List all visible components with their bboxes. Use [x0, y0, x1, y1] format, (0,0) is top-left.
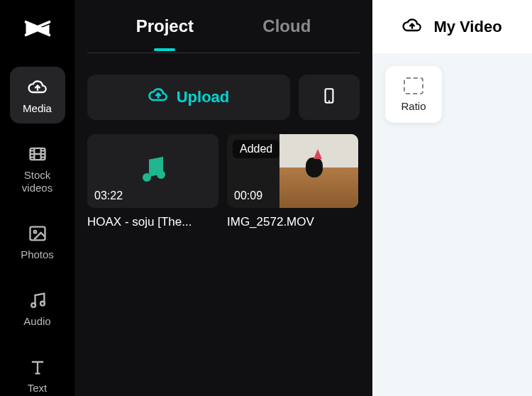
media-grid: 03:22 HOAX - soju [The... Added 00:09 IM…: [74, 134, 372, 229]
nav-item-stock-videos[interactable]: Stock videos: [10, 133, 65, 203]
film-icon: [27, 143, 48, 165]
added-badge: Added: [233, 140, 279, 158]
image-icon: [27, 223, 48, 244]
text-icon: [27, 356, 48, 378]
upload-button[interactable]: Upload: [87, 75, 290, 120]
right-header: My Video: [372, 0, 532, 53]
nav-label: Audio: [23, 315, 50, 328]
media-title: IMG_2572.MOV: [227, 215, 358, 229]
page-title: My Video: [433, 18, 501, 36]
media-duration: 00:09: [234, 189, 262, 202]
capcut-logo-icon: [22, 14, 53, 45]
media-thumbnail: Added 00:09: [227, 134, 358, 208]
svg-point-2: [33, 231, 36, 233]
app-logo: [20, 14, 55, 45]
svg-point-7: [157, 170, 165, 179]
nav-label: Photos: [21, 248, 54, 261]
tab-cloud[interactable]: Cloud: [262, 2, 311, 50]
main-panel: Project Cloud Upload: [74, 0, 372, 396]
action-row: Upload: [74, 53, 372, 134]
svg-point-3: [31, 303, 35, 307]
nav-label: Text: [28, 382, 48, 395]
nav-label: Stock videos: [10, 169, 65, 194]
ratio-icon: [404, 77, 423, 94]
media-duration: 03:22: [94, 189, 123, 202]
music-note-icon: [27, 290, 48, 311]
media-item[interactable]: 03:22 HOAX - soju [The...: [87, 134, 218, 229]
phone-icon: [320, 87, 338, 108]
phone-button[interactable]: [299, 75, 360, 120]
svg-point-4: [40, 302, 45, 306]
tabs: Project Cloud: [87, 0, 360, 53]
nav-label: Media: [23, 102, 52, 115]
sidebar: Media Stock videos Photos: [0, 0, 74, 396]
media-thumbnail: 03:22: [87, 134, 218, 208]
cloud-icon: [402, 16, 422, 38]
upload-label: Upload: [177, 88, 230, 106]
nav-item-text[interactable]: Text: [10, 346, 65, 396]
cloud-upload-icon: [27, 77, 48, 98]
ratio-label: Ratio: [401, 100, 426, 112]
media-title: HOAX - soju [The...: [87, 215, 218, 229]
cloud-upload-icon: [148, 85, 168, 109]
svg-point-6: [143, 173, 151, 182]
tab-project[interactable]: Project: [136, 2, 194, 50]
media-item[interactable]: Added 00:09 IMG_2572.MOV: [227, 134, 358, 229]
nav-item-audio[interactable]: Audio: [10, 280, 65, 336]
right-panel: My Video Ratio: [372, 0, 532, 396]
nav-item-photos[interactable]: Photos: [10, 213, 65, 270]
ratio-button[interactable]: Ratio: [385, 66, 442, 123]
music-note-icon: [136, 153, 170, 189]
nav-item-media[interactable]: Media: [10, 67, 65, 123]
